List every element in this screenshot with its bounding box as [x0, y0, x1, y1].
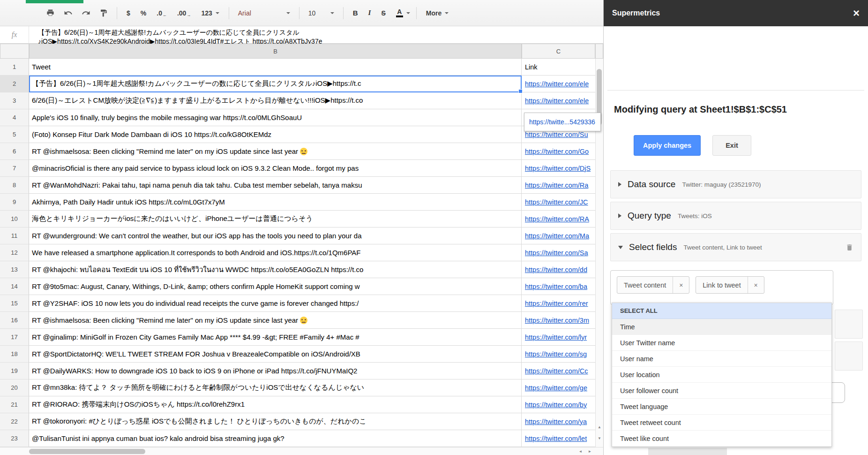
- tweet-link[interactable]: https://twitter.com/rer: [525, 300, 588, 307]
- tweet-cell[interactable]: Akhirnya, Path Daily Hadir untuk iOS htt…: [29, 194, 522, 211]
- tweet-link[interactable]: https://twitter.com/lyr: [525, 334, 587, 341]
- tweet-link[interactable]: https://twitter.com/3m: [525, 317, 589, 324]
- link-cell[interactable]: https://twitter.com/JC: [522, 194, 595, 211]
- bold-button[interactable]: B: [348, 9, 363, 17]
- row-number[interactable]: 9: [0, 194, 29, 211]
- tweet-link[interactable]: https://twitter.com/Cc: [525, 367, 588, 375]
- row-number[interactable]: 19: [0, 363, 29, 379]
- italic-button[interactable]: I: [363, 9, 376, 17]
- percent-format-button[interactable]: %: [135, 9, 151, 17]
- currency-format-button[interactable]: $: [121, 9, 135, 17]
- apply-changes-button[interactable]: Apply changes: [634, 135, 701, 156]
- link-cell[interactable]: https://twitter.com/Ma: [522, 228, 595, 244]
- link-cell[interactable]: https://twitter.com/ya: [522, 413, 595, 430]
- row-number[interactable]: 15: [0, 295, 29, 312]
- section-query-type[interactable]: Query type Tweets: iOS: [610, 202, 861, 230]
- link-cell[interactable]: https://twitter.com/ele: [522, 92, 595, 109]
- row-number[interactable]: 5: [0, 126, 29, 143]
- increase-decimals-button[interactable]: .00→: [172, 8, 196, 17]
- section-data-source[interactable]: Data source Twitter: maguay (23521970): [610, 170, 861, 198]
- tweet-cell[interactable]: RT @tokoronyori: #ひとりぼっち惑星 iOSでも公開されました！…: [29, 413, 522, 430]
- link-cell[interactable]: https://twitter.com/let: [522, 430, 595, 447]
- dropdown-option[interactable]: Time: [612, 319, 831, 335]
- column-header-b[interactable]: B: [29, 44, 522, 59]
- exit-button[interactable]: Exit: [712, 135, 751, 156]
- tweet-link[interactable]: https://twitter.com/Ra: [525, 182, 588, 189]
- text-color-button[interactable]: A: [391, 8, 412, 17]
- tweet-link[interactable]: https://twitter.com/by: [525, 401, 587, 409]
- tweet-cell[interactable]: RT @Y2SHAF: iOS 10 now lets you do indiv…: [29, 295, 522, 312]
- trash-icon[interactable]: [846, 243, 853, 251]
- tweet-link[interactable]: https://twitter.com/Go: [525, 148, 589, 155]
- row-number[interactable]: 20: [0, 379, 29, 396]
- dropdown-option[interactable]: SELECT ALL: [612, 303, 831, 319]
- tweet-link[interactable]: https://twitter.com/ba: [525, 283, 587, 290]
- link-cell[interactable]: Link: [522, 59, 595, 76]
- row-number[interactable]: 10: [0, 211, 29, 228]
- link-cell[interactable]: https://twitter.com/rer: [522, 295, 595, 312]
- dropdown-option[interactable]: Tweet like count: [612, 431, 831, 447]
- row-number[interactable]: 21: [0, 396, 29, 413]
- tweet-cell[interactable]: 海色とキリキリジョーカーがiosに来たのはいいけど、iPhoneユーザーは普通に…: [29, 211, 522, 228]
- row-number[interactable]: 3: [0, 92, 29, 109]
- link-cell[interactable]: https://twitter.com/3m: [522, 312, 595, 329]
- undo-button[interactable]: [59, 5, 77, 22]
- tweet-link[interactable]: https://twitter.com/RA: [525, 215, 589, 223]
- tweet-cell[interactable]: RT @ginalimp: MiniGolf in Frozen City Ga…: [29, 329, 522, 346]
- row-number[interactable]: 13: [0, 261, 29, 278]
- tweet-link[interactable]: https://twitter.com/Su: [525, 131, 588, 138]
- link-cell[interactable]: https://twitter.com/Ra: [522, 177, 595, 194]
- row-number[interactable]: 2: [0, 76, 29, 92]
- remove-chip-button[interactable]: ×: [748, 277, 764, 293]
- tweet-cell[interactable]: RT @DailyWARKS: How to downgrade iOS 10 …: [29, 363, 522, 379]
- section-select-fields[interactable]: Select fields Tweet content, Link to twe…: [610, 233, 861, 261]
- decrease-decimals-button[interactable]: .0←: [151, 8, 172, 17]
- row-number[interactable]: 7: [0, 160, 29, 177]
- select-all-corner[interactable]: [0, 44, 29, 59]
- tweet-cell[interactable]: @minacrisOficial is there any paid servi…: [29, 160, 522, 177]
- scroll-down-button[interactable]: ▼: [596, 435, 603, 442]
- tweet-link[interactable]: https://twitter.com/dd: [525, 266, 587, 273]
- tweet-link[interactable]: https://twitter.com/Ma: [525, 232, 589, 240]
- tweet-link[interactable]: https://twitter.com/ge: [525, 384, 587, 392]
- tweet-cell[interactable]: RT @RIORAO: 携帯端末向けOSのiOSちゃん https://t.co…: [29, 396, 522, 413]
- tweet-cell[interactable]: RT @WanMohdNazri: Pakai tahu, tapi nama …: [29, 177, 522, 194]
- row-number[interactable]: 12: [0, 244, 29, 261]
- horizontal-scrollbar-thumb[interactable]: [29, 449, 145, 454]
- dropdown-option[interactable]: User name: [612, 351, 831, 367]
- font-family-select[interactable]: Arial: [233, 5, 295, 22]
- link-cell[interactable]: https://twitter.com/RA: [522, 211, 595, 228]
- row-number[interactable]: 11: [0, 228, 29, 244]
- row-number[interactable]: 8: [0, 177, 29, 194]
- row-number[interactable]: 14: [0, 278, 29, 295]
- tweet-cell[interactable]: We have released a smartphone applicatio…: [29, 244, 522, 261]
- selected-fields-box[interactable]: Tweet content × Link to tweet ×: [610, 270, 833, 305]
- paint-format-button[interactable]: [95, 5, 112, 22]
- row-number[interactable]: 16: [0, 312, 29, 329]
- tweet-cell[interactable]: RT @ishmaelsosa: Been clicking "Remind m…: [29, 312, 522, 329]
- tweet-cell[interactable]: RT @SportDictatorHQ: WE'LL TWEET STREAM …: [29, 346, 522, 363]
- row-number[interactable]: 22: [0, 413, 29, 430]
- tweet-cell[interactable]: RT @9to5mac: August, Canary, Withings, D…: [29, 278, 522, 295]
- dropdown-option[interactable]: User Twitter name: [612, 335, 831, 351]
- tweet-cell[interactable]: RT @khajochi: พบไอคอน TextEdit บน iOS 10…: [29, 261, 522, 278]
- strikethrough-button[interactable]: S: [376, 9, 390, 17]
- number-format-button[interactable]: 123: [196, 9, 224, 17]
- tweet-cell[interactable]: 6/26(日)～エレストCM放映が決定(≧∇≦)ますます盛り上がるエレストから目…: [29, 92, 522, 109]
- print-button[interactable]: [41, 5, 59, 22]
- link-cell[interactable]: https://twitter.com/ba: [522, 278, 595, 295]
- dropdown-option[interactable]: User follower count: [612, 383, 831, 399]
- dropdown-option[interactable]: Tweet retweet count: [612, 415, 831, 431]
- dropdown-option[interactable]: Tweet language: [612, 399, 831, 415]
- tweet-cell[interactable]: RT @ishmaelsosa: Been clicking "Remind m…: [29, 143, 522, 160]
- link-cell[interactable]: https://twitter.com/Cc: [522, 363, 595, 379]
- more-button[interactable]: More: [421, 9, 454, 17]
- font-size-select[interactable]: 10: [304, 5, 339, 22]
- scroll-right-button[interactable]: ►: [586, 447, 594, 455]
- link-cell[interactable]: https://twitter.com/sg: [522, 346, 595, 363]
- row-number[interactable]: 6: [0, 143, 29, 160]
- scroll-up-button[interactable]: ▲: [596, 424, 603, 431]
- tweet-cell[interactable]: 【予告】6/26(日)～1周年超大感謝祭!カムバックユーザーの数に応じて全員にク…: [29, 76, 522, 92]
- horizontal-scrollbar[interactable]: ◄ ►: [0, 447, 603, 455]
- dropdown-option[interactable]: User location: [612, 367, 831, 383]
